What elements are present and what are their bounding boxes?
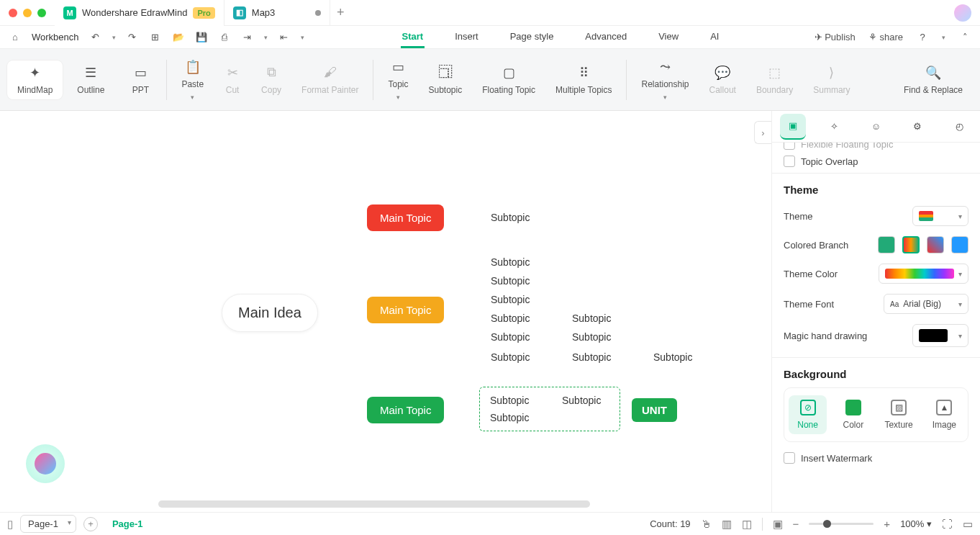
panel-tab-clipart[interactable]: ⚙	[904, 114, 930, 140]
node-main-topic-2[interactable]: Main Topic	[367, 297, 444, 323]
document-tab[interactable]: ◧ Map3	[224, 0, 331, 26]
insert-watermark-checkbox[interactable]: Insert Watermark	[784, 452, 968, 464]
node-subtopic[interactable]: Subtopic	[490, 412, 609, 423]
minimize-icon[interactable]	[23, 9, 32, 17]
view-ppt-button[interactable]: ▭ PPT	[119, 60, 162, 99]
branch-style-4[interactable]	[951, 236, 968, 253]
zoom-out-button[interactable]: −	[793, 518, 799, 530]
workbench-label[interactable]: Workbench	[32, 32, 79, 42]
topic-overlap-checkbox[interactable]: Topic Overlap	[784, 156, 968, 167]
panel-collapse-button[interactable]: ›	[754, 121, 771, 144]
node-main-topic-1[interactable]: Main Topic	[367, 204, 444, 231]
panel-tab-icons[interactable]: ☺	[863, 114, 889, 140]
layout-icon[interactable]: ▥	[722, 518, 732, 531]
sidebar-toggle-icon[interactable]: ▯	[7, 518, 13, 531]
multiple-topics-button[interactable]: ⠿ Multiple Topics	[545, 60, 622, 99]
node-subtopic[interactable]: Subtopic	[491, 212, 530, 223]
canvas[interactable]: › Main Id	[0, 111, 771, 512]
minimize-panel-icon[interactable]: ▭	[963, 518, 973, 531]
paste-button[interactable]: 📋 Paste▾	[171, 55, 214, 105]
node-subtopic[interactable]: Subtopic	[572, 351, 611, 363]
redo-icon[interactable]: ↷	[126, 31, 139, 44]
node-subtopic[interactable]: Subtopic	[562, 395, 601, 406]
node-subtopic[interactable]: Subtopic	[491, 313, 530, 324]
flexible-floating-checkbox[interactable]: Flexible Floating Topic	[784, 143, 968, 150]
app-tab[interactable]: M Wondershare EdrawMind Pro	[55, 0, 224, 26]
panel-tab-history[interactable]: ◴	[946, 114, 972, 140]
open-icon[interactable]: 📂	[172, 31, 185, 44]
node-subtopic[interactable]: Subtopic	[653, 351, 692, 363]
boundary-button[interactable]: ⬚ Boundary	[746, 60, 803, 99]
close-icon[interactable]	[9, 9, 17, 17]
topic-button[interactable]: ▭ Topic▾	[378, 55, 418, 105]
panel-toggle-icon[interactable]: ◫	[742, 518, 752, 531]
add-tab-button[interactable]: +	[330, 5, 350, 20]
page-tab[interactable]: Page-1	[105, 516, 150, 532]
horizontal-scrollbar[interactable]	[158, 500, 590, 508]
node-subtopic[interactable]: Subtopic	[491, 256, 530, 268]
publish-button[interactable]: ✈ Publish	[815, 32, 856, 42]
theme-dropdown[interactable]: ▾	[912, 206, 968, 226]
zoom-slider[interactable]	[809, 523, 874, 525]
menu-page-style[interactable]: Page style	[509, 27, 555, 48]
bg-image-button[interactable]: ▲Image	[925, 395, 963, 434]
node-subtopic[interactable]: Subtopic	[491, 275, 530, 287]
page-dropdown[interactable]: Page-1	[20, 515, 76, 533]
node-subtopic[interactable]: Subtopic	[491, 294, 530, 305]
undo-icon[interactable]: ↶	[89, 31, 102, 44]
view-mindmap-button[interactable]: ✦ MindMap	[7, 60, 63, 99]
share-button[interactable]: ⚘ share	[868, 32, 903, 42]
panel-tab-ai[interactable]: ✧	[822, 114, 848, 140]
maximize-icon[interactable]	[37, 9, 46, 17]
panel-tab-page-style[interactable]: ▣	[780, 114, 806, 140]
node-main-idea[interactable]: Main Idea	[222, 294, 318, 332]
branch-style-2[interactable]	[902, 236, 920, 253]
help-icon[interactable]: ?	[916, 31, 929, 44]
magic-hand-dropdown[interactable]: ▾	[912, 324, 968, 347]
relationship-button[interactable]: ⤳ Relationship▾	[631, 55, 699, 105]
node-subtopic[interactable]: Subtopic	[572, 313, 611, 324]
save-icon[interactable]: 💾	[195, 31, 208, 44]
summary-unit[interactable]: UNIT	[632, 398, 677, 422]
boundary-group[interactable]: Subtopic Subtopic Subtopic	[479, 387, 620, 431]
node-subtopic[interactable]: Subtopic	[491, 351, 530, 363]
copy-button[interactable]: ⧉ Copy	[251, 60, 291, 99]
fullscreen-icon[interactable]: ⛶	[942, 518, 953, 530]
zoom-in-button[interactable]: +	[884, 518, 890, 530]
menu-advanced[interactable]: Advanced	[584, 27, 628, 48]
callout-button[interactable]: 💬 Callout	[699, 60, 746, 99]
theme-color-dropdown[interactable]: ▾	[879, 264, 968, 284]
collapse-ribbon-icon[interactable]: ˄	[958, 31, 971, 44]
print-icon[interactable]: ⎙	[218, 31, 231, 44]
branch-style-1[interactable]	[878, 236, 895, 253]
menu-start[interactable]: Start	[401, 27, 425, 48]
menu-view[interactable]: View	[657, 27, 680, 48]
export-icon[interactable]: ⇤	[278, 31, 291, 44]
node-main-topic-3[interactable]: Main Topic	[367, 397, 444, 423]
menu-insert[interactable]: Insert	[453, 27, 480, 48]
summary-button[interactable]: ⟩ Summary	[803, 60, 860, 99]
format-painter-button[interactable]: 🖌 Format Painter	[291, 60, 368, 99]
bg-texture-button[interactable]: ▨Texture	[880, 395, 918, 434]
user-avatar[interactable]	[954, 4, 971, 22]
theme-font-dropdown[interactable]: AaArial (Big)▾	[884, 294, 968, 314]
fit-page-icon[interactable]: ▣	[773, 518, 783, 531]
floating-topic-button[interactable]: ▢ Floating Topic	[472, 60, 545, 99]
subtopic-button[interactable]: ⿹ Subtopic	[418, 60, 472, 99]
node-subtopic[interactable]: Subtopic	[491, 331, 530, 343]
view-outline-button[interactable]: ☰ Outline	[67, 60, 114, 99]
add-page-button[interactable]: +	[83, 517, 98, 531]
import-icon[interactable]: ⇥	[241, 31, 254, 44]
node-subtopic[interactable]: Subtopic	[572, 331, 611, 343]
ai-assistant-button[interactable]	[26, 444, 65, 483]
menu-ai[interactable]: AI	[709, 27, 720, 48]
find-replace-button[interactable]: 🔍 Find & Replace	[894, 60, 973, 99]
home-icon[interactable]: ⌂	[9, 31, 22, 44]
new-file-icon[interactable]: ⊞	[149, 31, 162, 44]
mouse-mode-icon[interactable]: 🖱	[701, 518, 712, 530]
bg-none-button[interactable]: ⊘None	[789, 395, 827, 434]
bg-color-button[interactable]: Color	[834, 395, 872, 434]
cut-button[interactable]: ✂ Cut	[214, 60, 251, 99]
zoom-label[interactable]: 100% ▾	[900, 518, 932, 529]
branch-style-3[interactable]	[927, 236, 944, 253]
